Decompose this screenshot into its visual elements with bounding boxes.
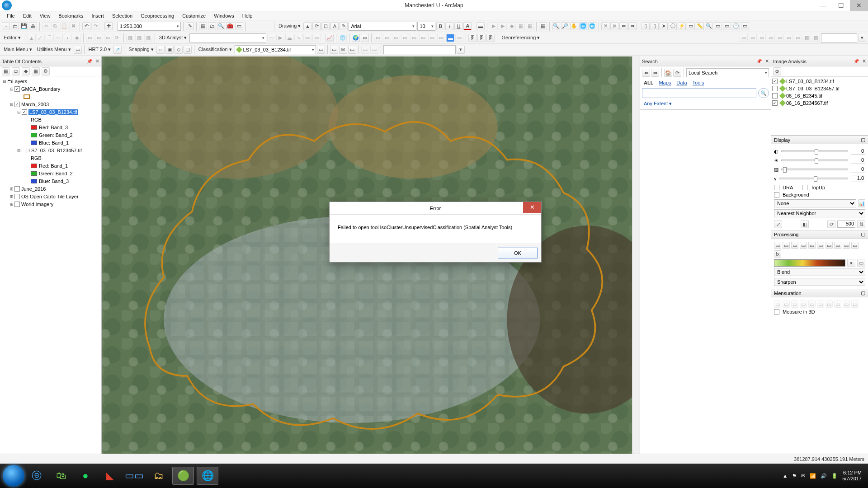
catalog-icon[interactable]: 🗂 [208,22,216,30]
m1-icon[interactable]: ▭ [774,300,781,308]
font-size-dropdown[interactable]: 10 [417,22,435,31]
contrast-value[interactable]: 0 [851,148,865,155]
geo8-icon[interactable]: ▦ [803,34,811,42]
menu-bookmarks[interactable]: Bookmarks [54,12,87,19]
search-input[interactable] [642,88,756,98]
italic-icon[interactable]: I [445,22,453,30]
topup-checkbox[interactable] [802,185,807,190]
measure3d-checkbox[interactable] [774,309,779,314]
search-tab-maps[interactable]: Maps [659,80,671,85]
cut-icon[interactable]: ✂ [42,22,50,30]
minimize-button[interactable]: — [814,0,832,11]
font-color-icon[interactable]: A [463,22,472,30]
cogo-active-icon[interactable]: ▬ [446,34,454,42]
create-feat-icon[interactable]: ▦ [144,34,152,42]
class2-icon[interactable]: ▭ [330,46,338,54]
pointer-icon[interactable]: ➤ [660,22,668,30]
find-icon[interactable]: 🔍 [705,22,713,30]
go-icon[interactable]: ▾ [457,46,465,54]
tray-msg-icon[interactable]: ✉ [801,473,805,479]
snapping-label[interactable]: Snapping ▾ [127,47,156,52]
viewer-icon[interactable]: ▭ [741,22,749,30]
search-go-icon[interactable]: 🔍 [758,88,769,98]
chart-icon[interactable]: ▦ [539,22,547,30]
identify-icon[interactable]: ⓘ [669,22,677,30]
home-icon[interactable]: 🏠 [664,69,672,77]
select-features-icon[interactable]: ▯ [642,22,650,30]
cogo2-icon[interactable]: ▭ [383,34,391,42]
flicker-spin-icon[interactable]: ⇅ [857,220,865,228]
scale-dropdown[interactable]: 1:250,000 [118,22,181,31]
m7-icon[interactable]: ▭ [826,300,833,308]
mosaic-icon[interactable]: ▭ [834,242,841,249]
sketch-props-icon[interactable]: ▦ [135,34,143,42]
graph-icon[interactable]: 📈 [326,34,334,42]
menu-edit[interactable]: Edit [19,12,36,19]
ia-options-icon[interactable]: ⚙ [773,67,781,75]
color-ramp[interactable] [774,259,845,267]
m10-icon[interactable]: ▭ [851,300,859,308]
histogram-icon[interactable]: 📊 [858,199,865,207]
underline-icon[interactable]: U [454,22,462,30]
geodb-icon[interactable]: 🗄 [468,34,476,42]
ia-layer-row[interactable]: LS7_03_03_B123457.tif [772,85,867,92]
tray-vol-icon[interactable]: 🔊 [821,473,827,479]
pin-icon[interactable]: 📌 [87,59,92,64]
bold-icon[interactable]: B [436,22,444,30]
georef-menu[interactable]: Georeferencing ▾ [500,35,542,41]
clear-selection-icon[interactable]: ▯ [651,22,659,30]
fixed-zoom-out-icon[interactable]: ⤪ [610,22,618,30]
ie-icon[interactable]: ⓔ [26,467,47,485]
dialog-close-button[interactable]: ✕ [523,202,541,213]
fill-color-icon[interactable]: ▬ [476,22,485,30]
zoom-in-icon[interactable]: 🔍 [552,22,560,30]
collapse-icon[interactable]: ▢ [861,290,865,296]
flicker-icon[interactable]: ⟳ [827,220,835,228]
class1-icon[interactable]: ▭ [317,46,325,54]
edit-arc-icon[interactable]: ⌒ [46,34,54,42]
cogo8-icon[interactable]: ▭ [437,34,445,42]
keyframe-icon[interactable]: ◆ [508,22,516,30]
close-search-icon[interactable]: ✕ [765,58,769,64]
m3-icon[interactable]: ▭ [791,300,798,308]
ndvi-icon[interactable]: ▭ [843,242,850,249]
toc-l2[interactable]: ⊟LS7_03_03_B123457.tif [0,146,101,154]
ext1-icon[interactable]: ▭ [74,46,82,54]
toc-l1[interactable]: ⊟✓LS7_03_03_B1234.tif [0,108,101,116]
class5-icon[interactable]: ▭ [361,46,369,54]
taskview-icon[interactable]: ▭▭ [123,467,145,485]
geo6-icon[interactable]: ▭ [785,34,793,42]
app-icon[interactable]: ◣ [99,467,121,485]
chrome-icon[interactable]: 🟢 [172,467,194,485]
explorer-icon[interactable]: 🗂 [148,467,170,485]
animation-plus-icon[interactable]: ▶ [499,22,507,30]
contour-icon[interactable]: 〰 [267,34,275,42]
edit-vertices-icon[interactable]: ✎ [340,22,348,30]
filter-icon[interactable]: ▭ [826,242,833,249]
dra-checkbox[interactable] [774,185,779,190]
rotate-tool-icon[interactable]: ⟳ [113,34,121,42]
open-icon[interactable]: 🗀 [11,22,19,30]
cogo9-icon[interactable]: ▭ [455,34,463,42]
globe-toolbar-icon[interactable]: 🌍 [352,34,360,42]
rotate-icon[interactable]: ⟳ [312,22,321,30]
toc-gmca[interactable]: ⊟✓GMCA_Boundary [0,85,101,93]
address-input[interactable] [383,45,456,54]
mainmenu-label[interactable]: Main Menu ▾ [2,47,34,52]
store-icon[interactable]: 🛍 [50,467,72,485]
add-data-icon[interactable]: ✚ [104,22,113,30]
prev-extent-icon[interactable]: ⇐ [619,22,627,30]
search-tab-tools[interactable]: Tools [693,80,704,85]
ia-layer-row[interactable]: ✓LS7_03_03_B1234.tif [772,78,867,85]
pan-icon[interactable]: ✋ [570,22,578,30]
python-icon[interactable]: ▭ [235,22,243,30]
class3-icon[interactable]: ✉ [339,46,347,54]
menu-selection[interactable]: Selection [108,12,137,19]
collapse-icon[interactable]: ▢ [861,137,865,143]
copy-icon[interactable]: ⧉ [51,22,59,30]
toc-march[interactable]: ⊟✓March_2003 [0,100,101,108]
class6-icon[interactable]: ▭ [370,46,378,54]
ramp-add-icon[interactable]: ▭ [857,259,865,267]
options-icon[interactable]: ⚙ [42,67,50,75]
map-view[interactable]: ▫ ▫ ⟳ ❚❚ [102,56,640,470]
